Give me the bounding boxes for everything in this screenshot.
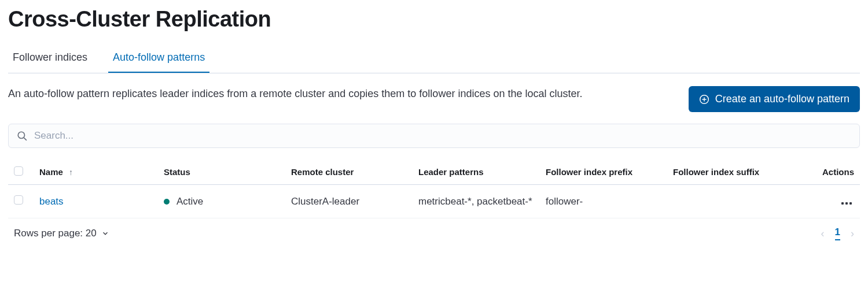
pagination: ‹ 1 ›	[821, 227, 854, 240]
tab-follower-indices[interactable]: Follower indices	[8, 46, 92, 73]
row-checkbox[interactable]	[14, 195, 23, 205]
table-footer: Rows per page: 20 ‹ 1 ›	[8, 218, 860, 240]
suffix-cell	[667, 185, 789, 218]
create-button-label: Create an auto-follow pattern	[715, 93, 849, 105]
sort-ascending-icon: ↑	[69, 168, 73, 177]
status-text: Active	[176, 196, 203, 207]
search-input[interactable]	[34, 130, 851, 142]
description-text: An auto-follow pattern replicates leader…	[8, 86, 583, 102]
select-all-checkbox[interactable]	[14, 166, 23, 176]
prev-page-button[interactable]: ‹	[821, 228, 825, 240]
next-page-button[interactable]: ›	[851, 228, 854, 240]
col-header-actions: Actions	[789, 159, 860, 185]
header-row: An auto-follow pattern replicates leader…	[8, 86, 860, 112]
tabs: Follower indices Auto-follow patterns	[8, 46, 860, 73]
svg-line-4	[24, 138, 27, 140]
search-icon	[17, 131, 27, 141]
prefix-cell: follower-	[540, 185, 667, 218]
svg-point-3	[18, 132, 24, 138]
tab-auto-follow-patterns[interactable]: Auto-follow patterns	[108, 46, 209, 73]
plus-circle-icon	[699, 94, 709, 105]
chevron-down-icon	[101, 229, 109, 237]
col-header-name[interactable]: Name ↑	[34, 159, 158, 185]
col-header-name-label: Name	[39, 167, 63, 177]
col-header-prefix[interactable]: Follower index prefix	[540, 159, 667, 185]
row-actions-button[interactable]	[839, 200, 854, 207]
rows-per-page-selector[interactable]: Rows per page: 20	[14, 228, 109, 239]
patterns-table: Name ↑ Status Remote cluster Leader patt…	[8, 159, 860, 218]
status-dot-icon	[164, 199, 170, 205]
col-header-suffix[interactable]: Follower index suffix	[667, 159, 789, 185]
create-auto-follow-pattern-button[interactable]: Create an auto-follow pattern	[689, 86, 860, 112]
col-header-remote-cluster[interactable]: Remote cluster	[285, 159, 413, 185]
pattern-name-link[interactable]: beats	[39, 196, 64, 207]
col-header-leader-patterns[interactable]: Leader patterns	[413, 159, 540, 185]
leader-patterns-cell: metricbeat-*, packetbeat-*	[413, 185, 540, 218]
page-title: Cross-Cluster Replication	[8, 7, 860, 32]
page-number[interactable]: 1	[835, 227, 840, 240]
remote-cluster-cell: ClusterA-leader	[285, 185, 413, 218]
col-header-status[interactable]: Status	[158, 159, 285, 185]
search-container	[8, 124, 860, 148]
table-row: beats Active ClusterA-leader metricbeat-…	[8, 185, 860, 218]
rows-per-page-label: Rows per page: 20	[14, 228, 97, 239]
